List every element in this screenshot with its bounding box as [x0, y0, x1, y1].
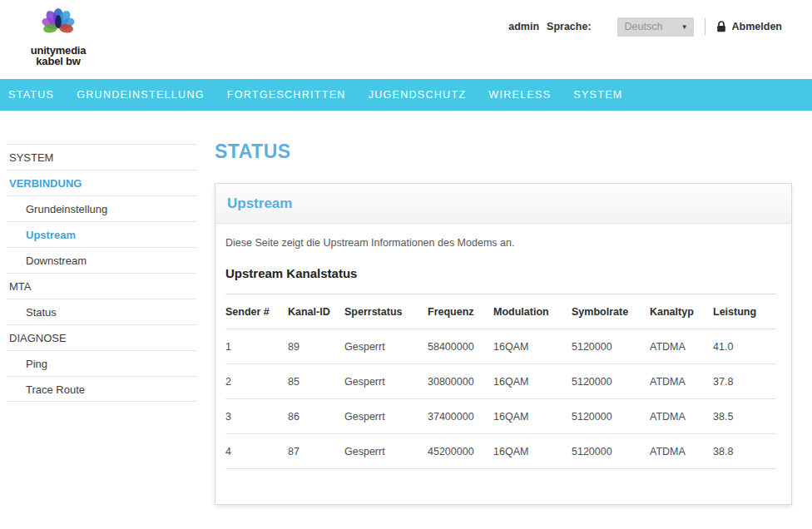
- table-title: Upstream Kanalstatus: [225, 266, 775, 280]
- cell-kanal-id: 85: [288, 364, 344, 399]
- top-header: unitymedia kabel bw admin Sprache: Deuts…: [0, 0, 812, 79]
- cell-frequenz: 58400000: [428, 329, 493, 364]
- sidebar-item-downstream[interactable]: Downstream: [7, 247, 196, 273]
- sidebar-item-grundeinstellung[interactable]: Grundeinstellung: [7, 195, 196, 221]
- panel-header: Upstream: [215, 184, 791, 224]
- nav-item-status[interactable]: STATUS: [8, 89, 54, 101]
- cell-sperrstatus: Gesperrt: [344, 434, 428, 469]
- nav-item-wireless[interactable]: WIRELESS: [488, 89, 551, 101]
- main-panel-area: STATUS Upstream Diese Seite zeigt die Up…: [215, 111, 792, 522]
- sidebar-item-trace-route[interactable]: Trace Route: [7, 376, 196, 402]
- language-dropdown[interactable]: Deutsch ▼: [617, 17, 694, 37]
- language-selected-value: Deutsch: [625, 21, 663, 32]
- table-row: 3 86 Gesperrt 37400000 16QAM 5120000 ATD…: [225, 399, 776, 434]
- sidebar-item-mta[interactable]: MTA: [7, 273, 196, 299]
- cell-modulation: 16QAM: [493, 364, 572, 399]
- upstream-channel-table: Sender # Kanal-ID Sperrstatus Frequenz M…: [225, 294, 776, 469]
- cell-kanaltyp: ATDMA: [650, 434, 713, 469]
- cell-symbolrate: 5120000: [572, 434, 650, 469]
- content-area: SYSTEM VERBINDUNG Grundeinstellung Upstr…: [0, 111, 812, 522]
- sidebar-item-verbindung[interactable]: VERBINDUNG: [7, 170, 196, 195]
- sidebar-item-mta-status[interactable]: Status: [7, 299, 196, 324]
- header-divider: [705, 18, 706, 35]
- sidebar-item-diagnose[interactable]: DIAGNOSE: [7, 324, 196, 350]
- col-header-frequenz: Frequenz: [428, 294, 493, 329]
- cell-sender: 2: [225, 364, 288, 399]
- col-header-sender: Sender #: [225, 294, 288, 329]
- cell-frequenz: 30800000: [428, 364, 493, 399]
- cell-sender: 1: [225, 329, 288, 364]
- sidebar-item-ping[interactable]: Ping: [7, 350, 196, 376]
- unitymedia-logo: unitymedia kabel bw: [23, 7, 93, 67]
- cell-sender: 3: [225, 399, 288, 434]
- table-row: 1 89 Gesperrt 58400000 16QAM 5120000 ATD…: [225, 329, 776, 364]
- cell-frequenz: 45200000: [428, 434, 493, 469]
- nav-item-grundeinstellung[interactable]: GRUNDEINSTELLUNG: [77, 89, 204, 101]
- logout-button[interactable]: Abmelden: [716, 21, 782, 32]
- router-admin-page: unitymedia kabel bw admin Sprache: Deuts…: [0, 0, 812, 529]
- account-bar: admin Sprache: Deutsch ▼ Abmelden: [508, 17, 782, 37]
- col-header-kanal-id: Kanal-ID: [288, 294, 344, 329]
- cell-kanaltyp: ATDMA: [650, 364, 713, 399]
- cell-sender: 4: [225, 434, 288, 469]
- cell-kanal-id: 86: [288, 399, 344, 434]
- cell-kanal-id: 87: [288, 434, 344, 469]
- cell-modulation: 16QAM: [493, 399, 572, 434]
- logo-text-line2: kabel bw: [23, 56, 93, 67]
- cell-leistung: 37.8: [713, 364, 776, 399]
- panel-body: Diese Seite zeigt die Upstream Informati…: [215, 224, 791, 504]
- table-row: 4 87 Gesperrt 45200000 16QAM 5120000 ATD…: [225, 434, 776, 469]
- cell-leistung: 38.8: [713, 434, 776, 469]
- sidebar-menu: SYSTEM VERBINDUNG Grundeinstellung Upstr…: [7, 144, 196, 402]
- col-header-leistung: Leistung: [713, 294, 776, 329]
- cell-symbolrate: 5120000: [572, 329, 650, 364]
- sidebar-item-upstream[interactable]: Upstream: [7, 221, 196, 247]
- cell-leistung: 38.5: [713, 399, 776, 434]
- nav-item-system[interactable]: SYSTEM: [573, 89, 622, 101]
- chevron-down-icon: ▼: [681, 23, 688, 31]
- lock-icon: [716, 21, 726, 32]
- cell-kanaltyp: ATDMA: [650, 329, 713, 364]
- nav-item-jugendschutz[interactable]: JUGENDSCHUTZ: [369, 89, 467, 101]
- col-header-kanaltyp: Kanaltyp: [650, 294, 713, 329]
- page-title: STATUS: [215, 141, 792, 163]
- page-description: Diese Seite zeigt die Upstream Informati…: [225, 237, 775, 249]
- col-header-symbolrate: Symbolrate: [572, 294, 650, 329]
- language-label: Sprache:: [547, 21, 592, 32]
- main-navbar: STATUS GRUNDEINSTELLUNG FORTGESCHRITTEN …: [0, 79, 812, 111]
- cell-sperrstatus: Gesperrt: [344, 329, 428, 364]
- cell-symbolrate: 5120000: [572, 399, 650, 434]
- cell-kanal-id: 89: [288, 329, 344, 364]
- table-header-row: Sender # Kanal-ID Sperrstatus Frequenz M…: [225, 294, 776, 329]
- panel-title: Upstream: [227, 195, 292, 212]
- cell-frequenz: 37400000: [428, 399, 493, 434]
- username-label: admin: [508, 21, 539, 32]
- col-header-modulation: Modulation: [493, 294, 572, 329]
- logout-label: Abmelden: [732, 21, 782, 32]
- sidebar-item-system[interactable]: SYSTEM: [7, 144, 196, 170]
- cell-sperrstatus: Gesperrt: [344, 364, 428, 399]
- col-header-sperrstatus: Sperrstatus: [344, 294, 428, 329]
- cell-modulation: 16QAM: [493, 434, 572, 469]
- cell-sperrstatus: Gesperrt: [344, 399, 428, 434]
- cell-leistung: 41.0: [713, 329, 776, 364]
- upstream-panel: Upstream Diese Seite zeigt die Upstream …: [215, 183, 792, 505]
- cell-symbolrate: 5120000: [572, 364, 650, 399]
- table-row: 2 85 Gesperrt 30800000 16QAM 5120000 ATD…: [225, 364, 776, 399]
- lotus-logo-icon: [40, 7, 77, 42]
- nav-item-fortgeschritten[interactable]: FORTGESCHRITTEN: [227, 89, 346, 101]
- cell-kanaltyp: ATDMA: [650, 399, 713, 434]
- cell-modulation: 16QAM: [493, 329, 572, 364]
